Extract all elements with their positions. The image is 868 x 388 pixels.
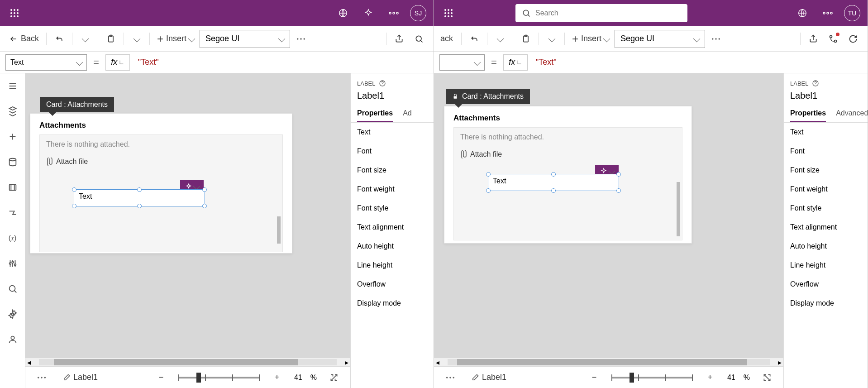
- zoom-in-button[interactable]: +: [701, 369, 719, 387]
- settings-rail-icon[interactable]: [5, 306, 21, 322]
- undo-button[interactable]: [465, 30, 483, 48]
- tab-properties[interactable]: Properties: [357, 105, 393, 122]
- prop-item[interactable]: Font: [351, 142, 434, 161]
- h-scrollbar[interactable]: ◂ ▸: [434, 358, 783, 366]
- status-more-icon[interactable]: [441, 369, 459, 387]
- refresh-button[interactable]: [844, 30, 862, 48]
- agent-rail-icon[interactable]: [5, 331, 21, 348]
- prop-item[interactable]: Line height: [784, 256, 868, 275]
- more-toolbar-icon[interactable]: [292, 30, 310, 48]
- control-indicator[interactable]: Label1: [467, 369, 510, 387]
- prop-item[interactable]: Font size: [351, 161, 434, 180]
- attachments-area[interactable]: There is nothing attached. Attach file: [39, 134, 283, 252]
- selected-label[interactable]: Text: [488, 174, 619, 191]
- selected-label[interactable]: Text: [74, 189, 205, 206]
- copilot-icon[interactable]: [359, 4, 377, 22]
- prop-item[interactable]: Font: [784, 142, 868, 161]
- prop-item[interactable]: Font style: [784, 199, 868, 218]
- undo-menu[interactable]: [76, 30, 94, 48]
- hamburger-icon[interactable]: [5, 78, 21, 94]
- globe-icon[interactable]: [793, 4, 811, 22]
- attachments-area[interactable]: There is nothing attached. Attach file: [453, 127, 682, 240]
- source-control-button[interactable]: [824, 30, 842, 48]
- media-icon[interactable]: [5, 179, 21, 196]
- property-selector[interactable]: Text: [5, 54, 87, 71]
- card[interactable]: Attachments There is nothing attached. A…: [30, 113, 292, 254]
- canvas-scroll[interactable]: Card : Attachments Attachments There is …: [25, 73, 350, 358]
- prop-item[interactable]: Font size: [784, 161, 868, 180]
- more-icon[interactable]: [385, 4, 403, 22]
- zoom-out-button[interactable]: −: [152, 369, 170, 387]
- prop-item[interactable]: Text alignment: [784, 218, 868, 237]
- search-input[interactable]: [535, 9, 681, 17]
- back-button[interactable]: Back: [5, 30, 43, 48]
- prop-item[interactable]: Auto height: [351, 237, 434, 256]
- zoom-slider[interactable]: [178, 377, 260, 378]
- formula-input[interactable]: "Text": [134, 54, 428, 71]
- zoom-out-button[interactable]: −: [585, 369, 603, 387]
- tab-advanced[interactable]: Ad: [403, 105, 412, 122]
- tools-icon[interactable]: [5, 255, 21, 272]
- status-more-icon[interactable]: [33, 369, 51, 387]
- prop-item[interactable]: Font style: [351, 199, 434, 218]
- help-icon[interactable]: [379, 80, 386, 87]
- prop-item[interactable]: Text alignment: [351, 218, 434, 237]
- prop-item[interactable]: Text: [784, 123, 868, 142]
- attach-file-button[interactable]: Attach file: [46, 158, 276, 166]
- preview-button[interactable]: [410, 30, 428, 48]
- paste-menu[interactable]: [128, 30, 146, 48]
- insert-button[interactable]: Insert: [153, 30, 198, 48]
- prop-item[interactable]: Font weight: [784, 180, 868, 199]
- prop-item[interactable]: Overflow: [351, 275, 434, 294]
- canvas-scroll[interactable]: Card : Attachments Attachments There is …: [434, 73, 783, 358]
- tab-properties[interactable]: Properties: [790, 105, 826, 122]
- undo-menu[interactable]: [491, 30, 509, 48]
- fx-button[interactable]: fx: [105, 54, 130, 71]
- search-rail-icon[interactable]: [5, 281, 21, 297]
- v-scroll[interactable]: [277, 216, 281, 244]
- share-button[interactable]: [390, 30, 408, 48]
- prop-item[interactable]: Font weight: [351, 180, 434, 199]
- tab-advanced[interactable]: Advanced: [836, 105, 868, 122]
- paste-button[interactable]: [517, 30, 535, 48]
- h-scrollbar[interactable]: ◂ ▸: [25, 358, 350, 366]
- font-selector[interactable]: Segoe UI: [200, 30, 290, 48]
- globe-icon[interactable]: [334, 4, 352, 22]
- app-launcher-icon[interactable]: [441, 6, 456, 20]
- zoom-slider[interactable]: [611, 377, 693, 378]
- search-box[interactable]: [515, 4, 687, 22]
- formula-input[interactable]: "Text": [531, 54, 862, 71]
- control-indicator[interactable]: Label1: [59, 369, 101, 387]
- fit-screen-button[interactable]: [758, 369, 776, 387]
- fx-button[interactable]: fx: [503, 54, 528, 71]
- insert-button[interactable]: Insert: [568, 30, 613, 48]
- add-icon[interactable]: [5, 129, 21, 145]
- more-toolbar-icon[interactable]: [707, 30, 725, 48]
- paste-button[interactable]: [102, 30, 120, 48]
- property-selector[interactable]: [439, 54, 485, 71]
- flows-icon[interactable]: [5, 205, 21, 221]
- attach-file-button[interactable]: Attach file: [460, 150, 676, 158]
- avatar[interactable]: TU: [844, 5, 860, 21]
- prop-item[interactable]: Display mode: [784, 294, 868, 313]
- paste-menu[interactable]: [543, 30, 561, 48]
- help-icon[interactable]: [812, 80, 819, 87]
- undo-button[interactable]: [50, 30, 68, 48]
- tree-view-icon[interactable]: [5, 103, 21, 120]
- font-selector[interactable]: Segoe UI: [615, 30, 705, 48]
- fit-screen-button[interactable]: [325, 369, 343, 387]
- prop-item[interactable]: Line height: [351, 256, 434, 275]
- variables-icon[interactable]: (𝑥): [5, 230, 21, 246]
- v-scroll[interactable]: [677, 182, 680, 236]
- data-icon[interactable]: [5, 154, 21, 170]
- share-button[interactable]: [804, 30, 822, 48]
- card[interactable]: Attachments There is nothing attached. A…: [444, 106, 692, 244]
- app-launcher-icon[interactable]: [7, 6, 22, 20]
- back-button-partial[interactable]: ack: [439, 30, 458, 48]
- prop-item[interactable]: Display mode: [351, 294, 434, 313]
- prop-item[interactable]: Auto height: [784, 237, 868, 256]
- zoom-in-button[interactable]: +: [268, 369, 286, 387]
- prop-item[interactable]: Overflow: [784, 275, 868, 294]
- prop-item[interactable]: Text: [351, 123, 434, 142]
- avatar[interactable]: SJ: [410, 5, 426, 21]
